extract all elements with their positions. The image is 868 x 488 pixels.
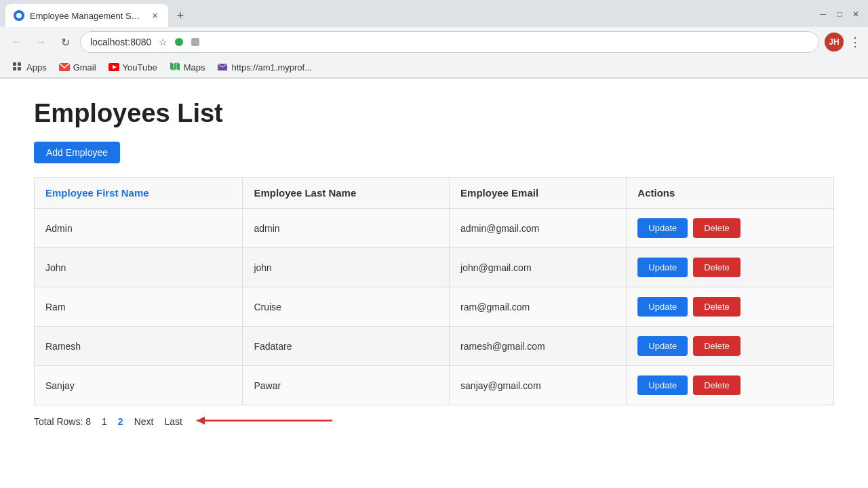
bookmark-gmail[interactable]: Gmail bbox=[54, 60, 102, 75]
new-tab-button[interactable]: + bbox=[171, 6, 190, 25]
table-row: RameshFadatareramesh@gmail.comUpdateDele… bbox=[35, 327, 834, 366]
profile-avatar[interactable]: JH bbox=[825, 33, 844, 52]
browser-chrome: Employee Management System ✕ + ─ □ ✕ ← →… bbox=[0, 0, 868, 79]
cell-first-name: Ram bbox=[35, 287, 243, 327]
cell-last-name: Pawar bbox=[243, 366, 450, 405]
cell-email: john@gmail.com bbox=[450, 248, 627, 287]
svg-marker-15 bbox=[197, 417, 205, 425]
table-row: Adminadminadmin@gmail.comUpdateDelete bbox=[35, 209, 834, 248]
cell-actions: UpdateDelete bbox=[627, 209, 834, 248]
svg-rect-6 bbox=[18, 67, 21, 70]
gmail-label: Gmail bbox=[73, 62, 96, 73]
maps-label: Maps bbox=[184, 62, 205, 73]
myprof-label: https://am1.myprof... bbox=[231, 62, 312, 73]
tab-bar: Employee Management System ✕ + ─ □ ✕ bbox=[0, 0, 868, 27]
svg-rect-4 bbox=[18, 62, 21, 66]
add-employee-button[interactable]: Add Employee bbox=[34, 142, 120, 163]
bookmark-myprof[interactable]: https://am1.myprof... bbox=[212, 60, 317, 75]
apps-label: Apps bbox=[26, 62, 47, 73]
col-actions: Actions bbox=[627, 178, 834, 209]
address-bar: ← → ↻ localhost:8080 ☆ JH ⋮ bbox=[0, 27, 868, 57]
more-options-icon[interactable]: ⋮ bbox=[849, 36, 861, 48]
col-first-name: Employee First Name bbox=[35, 178, 243, 209]
cell-last-name: john bbox=[243, 248, 450, 287]
window-controls: ─ □ ✕ bbox=[816, 7, 863, 24]
bookmarks-bar: Apps Gmail YouTube bbox=[0, 57, 868, 78]
table-header-row: Employee First Name Employee Last Name E… bbox=[35, 178, 834, 209]
table-row: RamCruiseram@gmail.comUpdateDelete bbox=[35, 287, 834, 327]
myprof-icon bbox=[217, 62, 228, 73]
update-button[interactable]: Update bbox=[637, 258, 688, 277]
page-content: Employees List Add Employee Employee Fir… bbox=[0, 79, 868, 485]
extension2-icon[interactable] bbox=[189, 36, 201, 48]
extension-icon[interactable] bbox=[173, 36, 185, 48]
reload-button[interactable]: ↻ bbox=[56, 33, 75, 52]
svg-point-0 bbox=[16, 13, 22, 18]
employee-table: Employee First Name Employee Last Name E… bbox=[34, 177, 834, 405]
last-page-link[interactable]: Last bbox=[164, 416, 182, 427]
delete-button[interactable]: Delete bbox=[693, 375, 741, 395]
tab-title: Employee Management System bbox=[30, 11, 144, 21]
svg-rect-5 bbox=[13, 67, 16, 70]
svg-rect-2 bbox=[191, 38, 199, 46]
svg-marker-10 bbox=[170, 62, 180, 70]
pagination-arrow bbox=[190, 413, 339, 431]
next-page-link[interactable]: Next bbox=[134, 416, 154, 427]
close-button[interactable]: ✕ bbox=[849, 7, 863, 21]
bookmark-star-icon[interactable]: ☆ bbox=[157, 36, 169, 48]
page-2-link[interactable]: 2 bbox=[118, 416, 123, 427]
gmail-icon bbox=[59, 62, 70, 73]
cell-last-name: Cruise bbox=[243, 287, 450, 327]
delete-button[interactable]: Delete bbox=[693, 258, 741, 277]
bookmark-apps[interactable]: Apps bbox=[7, 60, 52, 75]
cell-last-name: admin bbox=[243, 209, 450, 248]
back-button[interactable]: ← bbox=[7, 33, 26, 52]
svg-point-1 bbox=[175, 38, 183, 46]
cell-first-name: Sanjay bbox=[35, 366, 243, 405]
pagination: Total Rows: 8 1 2 Next Last bbox=[34, 416, 834, 427]
update-button[interactable]: Update bbox=[637, 297, 688, 317]
cell-first-name: Admin bbox=[35, 209, 243, 248]
update-button[interactable]: Update bbox=[637, 218, 688, 238]
table-row: Johnjohnjohn@gmail.comUpdateDelete bbox=[35, 248, 834, 287]
col-email: Employee Email bbox=[450, 178, 627, 209]
minimize-button[interactable]: ─ bbox=[816, 7, 830, 21]
maximize-button[interactable]: □ bbox=[833, 7, 846, 21]
delete-button[interactable]: Delete bbox=[693, 336, 741, 356]
maps-icon bbox=[170, 62, 180, 73]
cell-actions: UpdateDelete bbox=[627, 327, 834, 366]
bookmark-maps[interactable]: Maps bbox=[164, 60, 211, 75]
apps-grid-icon bbox=[12, 62, 23, 73]
cell-first-name: Ramesh bbox=[35, 327, 243, 366]
tab-close-button[interactable]: ✕ bbox=[149, 10, 160, 21]
delete-button[interactable]: Delete bbox=[693, 297, 741, 317]
youtube-icon bbox=[108, 62, 119, 73]
cell-first-name: John bbox=[35, 248, 243, 287]
active-tab[interactable]: Employee Management System ✕ bbox=[5, 4, 168, 27]
svg-rect-3 bbox=[13, 62, 16, 66]
page-1-link[interactable]: 1 bbox=[102, 416, 107, 427]
page-title: Employees List bbox=[34, 99, 834, 128]
url-text: localhost:8080 bbox=[90, 37, 151, 47]
update-button[interactable]: Update bbox=[637, 375, 688, 395]
total-rows: Total Rows: 8 bbox=[34, 416, 91, 427]
bookmark-youtube[interactable]: YouTube bbox=[103, 60, 163, 75]
col-last-name: Employee Last Name bbox=[243, 178, 450, 209]
youtube-label: YouTube bbox=[123, 62, 157, 73]
tab-favicon bbox=[14, 10, 24, 21]
url-bar[interactable]: localhost:8080 ☆ bbox=[80, 31, 819, 53]
table-row: SanjayPawarsanjay@gmail.comUpdateDelete bbox=[35, 366, 834, 405]
url-icons: ☆ bbox=[157, 36, 201, 48]
forward-button[interactable]: → bbox=[31, 33, 50, 52]
cell-actions: UpdateDelete bbox=[627, 366, 834, 405]
cell-actions: UpdateDelete bbox=[627, 287, 834, 327]
cell-email: admin@gmail.com bbox=[450, 209, 627, 248]
delete-button[interactable]: Delete bbox=[693, 218, 741, 238]
update-button[interactable]: Update bbox=[637, 336, 688, 356]
cell-last-name: Fadatare bbox=[243, 327, 450, 366]
cell-actions: UpdateDelete bbox=[627, 248, 834, 287]
cell-email: ram@gmail.com bbox=[450, 287, 627, 327]
cell-email: ramesh@gmail.com bbox=[450, 327, 627, 366]
cell-email: sanjay@gmail.com bbox=[450, 366, 627, 405]
